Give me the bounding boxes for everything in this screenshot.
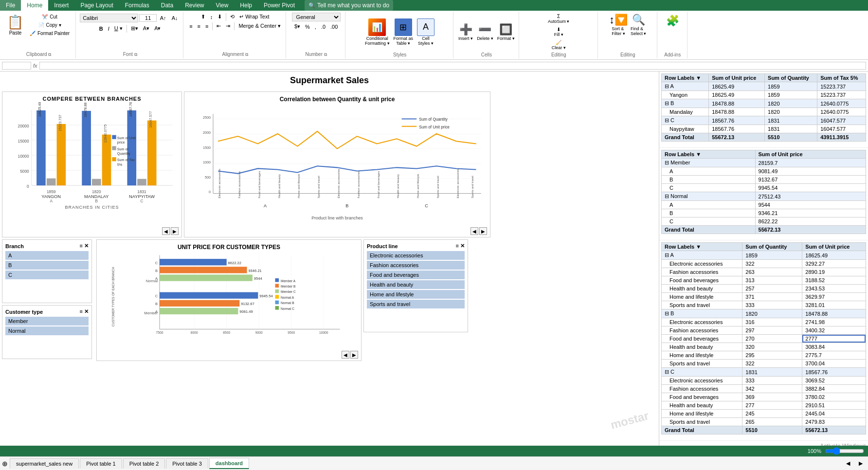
paste-button[interactable]: 📋 Paste xyxy=(5,13,26,37)
bar-chart-prev[interactable]: ◀ xyxy=(162,227,170,235)
clear-button[interactable]: 🧹 Clear ▾ xyxy=(550,39,568,51)
font-size-input[interactable] xyxy=(139,14,157,22)
fill-button[interactable]: ⬇ Fill ▾ xyxy=(551,26,566,38)
delete-button[interactable]: ➖ Delete ▾ xyxy=(476,22,494,42)
align-middle-button[interactable]: ↕ xyxy=(208,13,215,21)
zoom-slider[interactable] xyxy=(825,447,864,455)
currency-button[interactable]: $▾ xyxy=(292,22,302,31)
sort-filter-button[interactable]: ↕🔽 Sort &Filter ▾ xyxy=(608,13,629,37)
font-decrease-button[interactable]: A↓ xyxy=(169,13,180,23)
tab-pivot-table-2[interactable]: Pivot table 2 xyxy=(123,458,165,469)
customer-member-item[interactable]: Member xyxy=(5,317,89,325)
product-health-item[interactable]: Health and beauty xyxy=(367,280,465,289)
product-food-item[interactable]: Food and beverages xyxy=(367,271,465,279)
tab-formulas[interactable]: Formulas xyxy=(119,0,155,11)
branch-a-item[interactable]: A xyxy=(5,251,89,260)
bar-chart-next[interactable]: ▶ xyxy=(171,227,179,235)
cell-styles-button[interactable]: A CellStyles ▾ xyxy=(416,18,435,47)
underline-button[interactable]: U ▾ xyxy=(112,24,125,33)
percent-button[interactable]: % xyxy=(303,23,312,31)
main-area: Supermarket Sales COMPERE BETWEEN BRANCH… xyxy=(0,72,868,456)
increase-decimal-button[interactable]: .00 xyxy=(328,23,340,31)
wrap-text-button[interactable]: ↵ Wrap Text xyxy=(237,13,271,21)
product-fashion-item[interactable]: Fashion accessories xyxy=(367,261,465,270)
pivot2-normal-b-price: 9346.21 xyxy=(755,209,866,217)
line-chart-prev[interactable]: ◀ xyxy=(470,227,478,235)
tab-pivot-table-3[interactable]: Pivot table 3 xyxy=(166,458,208,469)
increase-indent-button[interactable]: ⇥ xyxy=(224,22,232,30)
conditional-formatting-button[interactable]: 📊 ConditionalFormatting ▾ xyxy=(364,18,391,47)
pivot3-a-sports-qty: 333 xyxy=(742,301,802,309)
tab-home[interactable]: Home xyxy=(21,0,48,11)
cut-button[interactable]: ✂️ Cut xyxy=(27,13,72,20)
tab-file[interactable]: File xyxy=(0,0,21,11)
product-electronic-item[interactable]: Electronic accessories xyxy=(367,251,465,260)
align-center-button[interactable]: ≡ xyxy=(196,22,202,30)
italic-button[interactable]: I xyxy=(106,25,111,33)
product-sports-item[interactable]: Sports and travel xyxy=(367,300,465,308)
format-table-button[interactable]: ⊞ Format asTable ▾ xyxy=(393,18,415,47)
comma-button[interactable]: , xyxy=(313,23,318,31)
customer-type-filter-icons[interactable]: ≡ ✕ xyxy=(80,308,89,315)
number-format-select[interactable]: General xyxy=(292,13,341,21)
align-bottom-button[interactable]: ⬇ xyxy=(216,13,224,21)
line-chart-svg: 0 500 1000 1500 2000 2500 xyxy=(188,103,486,215)
decrease-decimal-button[interactable]: .0 xyxy=(319,23,327,31)
product-line-filter-icons[interactable]: ≡ ✕ xyxy=(456,243,465,249)
format-painter-button[interactable]: 🖌️ Format Painter xyxy=(27,30,72,37)
format-button[interactable]: 🔲 Format ▾ xyxy=(496,22,516,42)
line-chart-next[interactable]: ▶ xyxy=(479,227,487,235)
tab-review[interactable]: Review xyxy=(179,0,210,11)
tab-dashboard[interactable]: dashboard xyxy=(209,458,249,469)
pivot3-c-home-qty: 245 xyxy=(742,410,802,418)
scroll-left-button[interactable]: ◀ xyxy=(843,458,853,469)
merge-center-button[interactable]: Merge & Center ▾ xyxy=(236,22,283,30)
insert-button[interactable]: ➕ Insert ▾ xyxy=(457,22,474,42)
font-increase-button[interactable]: A↑ xyxy=(158,13,168,23)
border-button[interactable]: ⊞▾ xyxy=(129,24,140,33)
add-sheet-button[interactable]: ⊕ xyxy=(2,460,8,468)
svg-text:Sum of Quantity: Sum of Quantity xyxy=(419,117,448,122)
autosum-icon: Σ xyxy=(557,14,560,19)
table-row: Food and beverages 313 3188.52 xyxy=(662,276,866,285)
insert-label: Insert ▾ xyxy=(458,36,473,41)
tab-page-layout[interactable]: Page Layout xyxy=(74,0,119,11)
align-right-button[interactable]: ≡ xyxy=(203,22,210,30)
formula-input[interactable] xyxy=(39,62,866,70)
tab-supermarket-sales[interactable]: supermarket_sales new xyxy=(10,458,79,469)
branch-filter-icons[interactable]: ≡ ✕ xyxy=(80,243,89,249)
find-select-button[interactable]: 🔍 Find &Select ▾ xyxy=(630,13,648,37)
tab-power-pivot[interactable]: Power Pivot xyxy=(258,0,301,11)
bold-button[interactable]: B xyxy=(97,25,105,33)
autosum-button[interactable]: Σ AutoSum ▾ xyxy=(546,13,572,25)
copy-button[interactable]: 📄 Copy ▾ xyxy=(27,21,72,29)
tab-pivot-table-1[interactable]: Pivot table 1 xyxy=(80,458,122,469)
table-row: A 9081.49 xyxy=(662,167,866,176)
svg-text:9081.49: 9081.49 xyxy=(239,309,253,314)
branch-b-item[interactable]: B xyxy=(5,261,89,270)
font-row1: Calibri A↑ A↓ xyxy=(80,13,180,23)
customer-normal-item[interactable]: Normal xyxy=(5,326,89,335)
tab-help[interactable]: Help xyxy=(234,0,258,11)
addins-button[interactable]: 🧩 xyxy=(664,13,681,29)
branch-c-item[interactable]: C xyxy=(5,271,89,279)
tab-view[interactable]: View xyxy=(210,0,235,11)
fill-color-button[interactable]: A▾ xyxy=(141,24,151,33)
align-top-button[interactable]: ⬆ xyxy=(199,13,207,21)
font-color-button[interactable]: A▾ xyxy=(152,24,163,33)
font-family-select[interactable]: Calibri xyxy=(80,14,138,22)
hbar-chart-next[interactable]: ▶ xyxy=(350,351,358,359)
cell-reference-input[interactable] xyxy=(2,62,31,70)
search-bar[interactable]: 🔍 Tell me what you want to do xyxy=(305,0,393,11)
tab-insert[interactable]: Insert xyxy=(48,0,74,11)
hbar-chart-prev[interactable]: ◀ xyxy=(342,351,349,359)
text-direction-button[interactable]: ⟲ xyxy=(228,13,236,21)
product-home-item[interactable]: Home and lifestyle xyxy=(367,290,465,299)
align-left-button[interactable]: ≡ xyxy=(187,22,194,30)
pivot1-mandalay: Mandalay xyxy=(662,108,709,116)
decrease-indent-button[interactable]: ⇤ xyxy=(215,22,223,30)
svg-text:20000: 20000 xyxy=(18,124,29,128)
tab-data[interactable]: Data xyxy=(155,0,179,11)
scroll-right-button[interactable]: ▶ xyxy=(855,458,866,469)
pivot3-c: ⊟ C xyxy=(662,368,742,377)
